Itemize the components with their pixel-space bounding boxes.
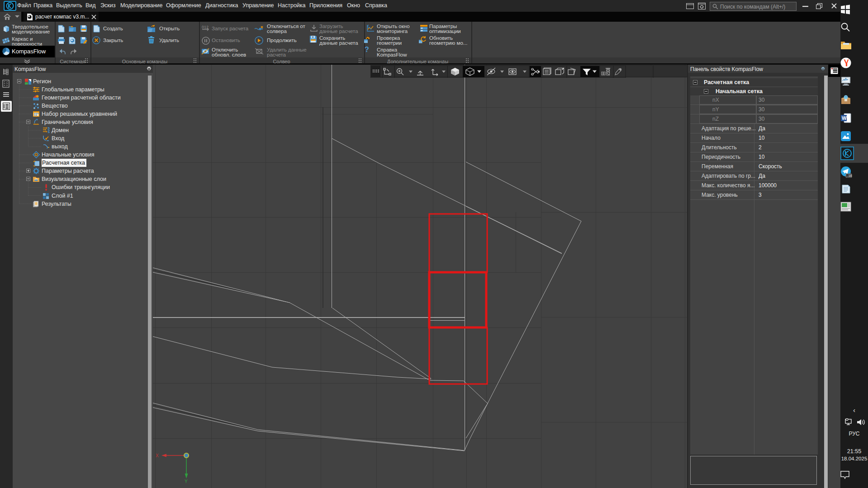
svg-text:Y: Y [185,479,188,484]
svg-text:..18: ..18 [847,174,852,177]
svg-text:X: X [156,453,159,458]
svg-text:W: W [842,115,847,121]
